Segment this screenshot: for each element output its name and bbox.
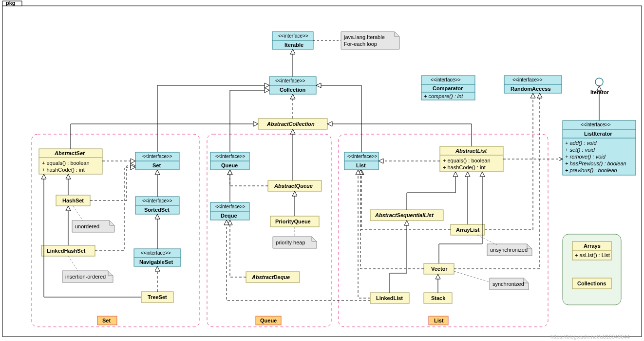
watermark: https://blog.csdn.net/u010349644 xyxy=(550,334,630,340)
group-list-label: List xyxy=(434,318,444,323)
svg-text:ListIterator: ListIterator xyxy=(584,131,612,137)
svg-text:Set: Set xyxy=(152,162,161,168)
svg-text:+ compare() : int: + compare() : int xyxy=(424,93,463,99)
svg-text:Collection: Collection xyxy=(280,87,305,93)
abstract-list-class: AbstractList + equals() : boolean + hash… xyxy=(440,146,503,172)
svg-text:+ set() : void: + set() : void xyxy=(565,147,595,153)
comparator-interface: <<interface>> Comparator + compare() : i… xyxy=(421,76,475,100)
svg-text:+ hashCode() : int: + hashCode() : int xyxy=(42,167,85,173)
svg-text:AbstractSet: AbstractSet xyxy=(54,150,85,156)
group-queue-label: Queue xyxy=(260,318,277,323)
svg-text:<<interface>>: <<interface>> xyxy=(215,154,246,159)
note-priority-heap: priority heap xyxy=(273,237,317,248)
svg-text:+ equals() : boolean: + equals() : boolean xyxy=(443,158,491,163)
svg-text:AbstractList: AbstractList xyxy=(455,148,488,154)
svg-text:AbstractDeque: AbstractDeque xyxy=(251,274,290,280)
svg-text:List: List xyxy=(356,162,366,168)
list-iterator-interface: <<interface>> ListIterator + add() : voi… xyxy=(563,120,636,175)
iterable-note: java.lang.Iterable For-each loop xyxy=(341,32,399,49)
linked-hash-set-class: LinkedHashSet xyxy=(41,245,95,256)
array-list-class: ArrayList xyxy=(451,224,485,235)
svg-text:AbstractCollection: AbstractCollection xyxy=(266,121,315,127)
svg-text:Collections: Collections xyxy=(577,281,606,286)
sorted-set-interface: <<interface>> SortedSet xyxy=(135,197,179,214)
svg-text:<<interface>>: <<interface>> xyxy=(142,198,172,203)
abstract-collection-class: AbstractCollection xyxy=(258,119,327,129)
svg-text:LinkedHashSet: LinkedHashSet xyxy=(47,248,86,254)
collections-class: Collections xyxy=(572,278,611,289)
svg-text:Iterable: Iterable xyxy=(284,42,303,48)
svg-text:<<interface>>: <<interface>> xyxy=(278,33,308,39)
svg-text:synchronized: synchronized xyxy=(492,281,524,287)
svg-text:<<interface>>: <<interface>> xyxy=(431,77,461,82)
svg-text:Vector: Vector xyxy=(431,266,448,272)
svg-text:unsynchronized: unsynchronized xyxy=(490,247,528,253)
hash-set-class: HashSet xyxy=(56,195,90,206)
note-insertion-ordered: insertion-ordered xyxy=(62,271,113,282)
group-set-label: Set xyxy=(102,318,111,323)
svg-text:Queue: Queue xyxy=(221,162,238,168)
svg-text:AbstractQueue: AbstractQueue xyxy=(274,183,313,189)
abstract-set-class: AbstractSet + equals() : boolean + hashC… xyxy=(39,149,102,174)
svg-text:<<interface>>: <<interface>> xyxy=(275,78,305,83)
svg-text:AbstractSequentialList: AbstractSequentialList xyxy=(375,212,434,218)
svg-text:Iterator: Iterator xyxy=(590,89,609,95)
linked-list-class: LinkedList xyxy=(370,293,409,303)
svg-text:+ add() : void: + add() : void xyxy=(565,140,597,146)
svg-text:TreeSet: TreeSet xyxy=(148,294,167,300)
svg-text:SortedSet: SortedSet xyxy=(144,207,170,213)
random-access-interface: <<interface>> RandomAccess xyxy=(504,76,562,93)
svg-text:Stack: Stack xyxy=(431,295,446,301)
svg-text:+ hasPrevious() : boolean: + hasPrevious() : boolean xyxy=(565,160,626,166)
svg-text:<<interface>>: <<interface>> xyxy=(512,77,543,82)
svg-text:insertion-ordered: insertion-ordered xyxy=(65,274,106,280)
queue-interface: <<interface>> Queue xyxy=(210,152,249,170)
svg-text:Comparator: Comparator xyxy=(433,85,463,91)
note-sync: synchronized xyxy=(490,278,529,290)
iterable-interface: <<interface>> Iterable xyxy=(272,32,313,49)
svg-text:Arrays: Arrays xyxy=(584,243,601,249)
collection-interface: <<interface>> Collection xyxy=(269,77,316,94)
svg-text:For-each loop: For-each loop xyxy=(344,41,377,47)
svg-text:<<interface>>: <<interface>> xyxy=(215,204,246,209)
uml-diagram: pkg Set Queue List <<interface>> Iterabl… xyxy=(0,0,644,341)
pkg-tab: pkg xyxy=(6,0,16,6)
svg-text:Deque: Deque xyxy=(221,213,237,219)
svg-text:unordered: unordered xyxy=(75,223,99,229)
navigable-set-interface: <<interface>> NavigableSet xyxy=(134,249,181,266)
svg-text:priority heap: priority heap xyxy=(276,240,305,245)
list-interface: <<interface>> List xyxy=(344,152,379,170)
svg-text:+ remove() : void: + remove() : void xyxy=(565,154,606,160)
svg-text:+ asList() : List: + asList() : List xyxy=(575,252,610,258)
svg-text:<<interface>>: <<interface>> xyxy=(347,154,378,159)
svg-text:+ previous() : boolean: + previous() : boolean xyxy=(565,167,617,173)
svg-text:ArrayList: ArrayList xyxy=(456,227,480,233)
svg-text:<<interface>>: <<interface>> xyxy=(581,122,611,127)
svg-text:RandomAccess: RandomAccess xyxy=(511,86,551,92)
vector-class: Vector xyxy=(424,263,454,274)
svg-text:NavigableSet: NavigableSet xyxy=(139,259,173,265)
svg-text:+ hashCode() : int: + hashCode() : int xyxy=(443,164,486,170)
set-interface: <<interface>> Set xyxy=(135,152,179,170)
svg-text:LinkedList: LinkedList xyxy=(376,295,403,301)
svg-text:HashSet: HashSet xyxy=(62,198,84,203)
svg-text:java.lang.Iterable: java.lang.Iterable xyxy=(343,34,385,40)
deque-interface: <<interface>> Deque xyxy=(210,202,249,220)
priority-queue-class: PriorityQueue xyxy=(270,216,319,227)
stack-class: Stack xyxy=(424,293,452,303)
note-unordered: unordered xyxy=(72,221,114,232)
svg-point-33 xyxy=(595,78,603,86)
svg-text:<<interface>>: <<interface>> xyxy=(142,154,172,159)
abstract-deque-class: AbstractDeque xyxy=(246,272,300,282)
tree-set-class: TreeSet xyxy=(141,292,173,302)
abstract-queue-class: AbstractQueue xyxy=(268,181,322,191)
arrays-class: Arrays + asList() : List xyxy=(572,241,611,260)
note-unsync: unsynchronized xyxy=(487,244,532,256)
svg-text:<<interface>>: <<interface>> xyxy=(141,250,171,256)
svg-text:+ equals() : boolean: + equals() : boolean xyxy=(42,160,90,166)
svg-text:PriorityQueue: PriorityQueue xyxy=(275,219,311,224)
abstract-sequential-list-class: AbstractSequentialList xyxy=(370,210,443,221)
